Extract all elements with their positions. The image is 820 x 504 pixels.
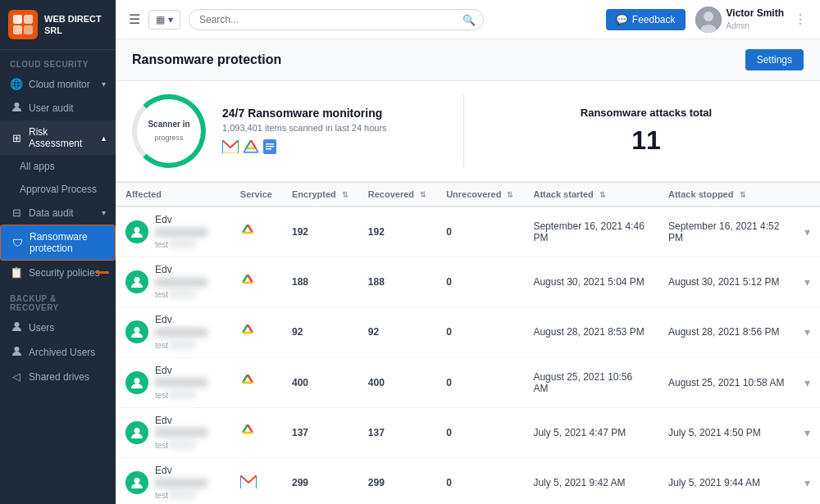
service-cell — [230, 357, 282, 407]
grid-view-button[interactable]: ▦ ▾ — [148, 10, 180, 30]
affected-email: testXXXXX — [155, 289, 221, 300]
sidebar-item-cloud-monitor[interactable]: 🌐 Cloud monitor ▾ — [0, 72, 116, 96]
col-attack-started[interactable]: Attack started ⇅ — [523, 183, 658, 207]
table-row: EdvXXXXXXXX testXXXXX 137 137 0 July 5, … — [116, 407, 820, 457]
recovered-cell: 299 — [358, 457, 436, 504]
chevron-up-icon: ▴ — [102, 134, 106, 143]
sidebar-item-archived-users[interactable]: Archived Users — [0, 340, 116, 365]
col-attack-stopped[interactable]: Attack stopped ⇅ — [658, 183, 795, 207]
svg-rect-0 — [13, 15, 22, 24]
sidebar-item-label: All apps — [20, 161, 55, 172]
page-title: Ransomware protection — [132, 52, 281, 67]
sidebar-item-users[interactable]: Users — [0, 316, 116, 340]
grid-chevron-icon: ▾ — [168, 14, 173, 25]
stats-right: Ransomware attacks total 11 — [464, 94, 804, 168]
main-content: ☰ ▦ ▾ 🔍 💬 Feedback Victor Smith Admin — [116, 0, 820, 504]
expand-row-button[interactable]: ▾ — [804, 376, 810, 389]
expand-cell[interactable]: ▾ — [795, 407, 820, 457]
unrecovered-cell: 0 — [436, 457, 523, 504]
affected-cell: EdvXXXXXXXX testXXXXX — [116, 307, 230, 357]
sidebar-item-security-policies[interactable]: 📋 Security policies — [0, 261, 116, 284]
topbar: ☰ ▦ ▾ 🔍 💬 Feedback Victor Smith Admin — [116, 0, 820, 39]
chevron-down-icon: ▾ — [102, 79, 106, 89]
sidebar-item-user-audit[interactable]: User audit — [0, 96, 116, 120]
user-section[interactable]: Victor Smith Admin — [695, 7, 784, 33]
page-header: Ransomware protection Settings — [116, 39, 820, 81]
user-avatar-circle — [125, 320, 148, 343]
backup-recovery-label: BACKUP & RECOVERY — [0, 284, 116, 316]
affected-text: EdvXXXXXXXX testXXXXX — [155, 214, 221, 250]
sidebar-item-ransomware-protection[interactable]: 🛡 Ransomware protection — [0, 225, 116, 261]
users-icon — [10, 321, 23, 334]
sidebar-item-label: Security policies — [29, 267, 100, 279]
sidebar-item-risk-assessment[interactable]: ⊞ Risk Assessment ▴ — [0, 120, 116, 155]
table-row: EdvXXXXXXXX testXXXXX 299 299 0 July 5, … — [116, 457, 820, 504]
affected-email: testXXXXX — [155, 390, 221, 401]
affected-text: EdvXXXXXXXX testXXXXX — [155, 415, 221, 451]
recovered-cell: 192 — [358, 207, 436, 257]
attack-stopped-cell: July 5, 2021 4:50 PM — [658, 407, 795, 457]
affected-text: EdvXXXXXXXX testXXXXX — [155, 365, 221, 401]
expand-cell[interactable]: ▾ — [795, 457, 820, 504]
shared-drives-icon: ◁ — [10, 370, 23, 383]
settings-button[interactable]: Settings — [745, 49, 804, 70]
unrecovered-cell: 0 — [436, 207, 523, 257]
sidebar-item-label: Users — [29, 322, 54, 334]
monitoring-title: 24/7 Ransomware monitoring — [222, 107, 387, 120]
svg-line-37 — [248, 375, 253, 383]
col-recovered[interactable]: Recovered ⇅ — [358, 183, 436, 207]
sidebar-item-approval-process[interactable]: Approval Process — [0, 178, 116, 201]
gdocs-service-icon — [263, 139, 276, 157]
sidebar-item-all-apps[interactable]: All apps — [0, 155, 116, 178]
sidebar-item-data-audit[interactable]: ⊟ Data audit ▾ — [0, 201, 116, 225]
expand-row-button[interactable]: ▾ — [804, 225, 810, 238]
expand-cell[interactable]: ▾ — [795, 357, 820, 407]
col-service: Service — [230, 183, 282, 207]
expand-row-button[interactable]: ▾ — [804, 275, 810, 288]
sidebar-item-label: Shared drives — [29, 371, 89, 383]
service-cell — [230, 207, 282, 257]
table-row: EdvXXXXXXXX testXXXXX 188 188 0 August 3… — [116, 257, 820, 307]
encrypted-cell: 92 — [282, 307, 358, 357]
hamburger-icon[interactable]: ☰ — [129, 11, 140, 27]
table-row: EdvXXXXXXXX testXXXXX 192 192 0 Septembe… — [116, 207, 820, 257]
table-row: EdvXXXXXXXX testXXXXX 400 400 0 August 2… — [116, 357, 820, 407]
svg-rect-1 — [24, 15, 33, 24]
affected-name: EdvXXXXXXXX — [155, 264, 221, 289]
attack-started-cell: September 16, 2021 4:46 PM — [523, 207, 658, 257]
svg-point-23 — [134, 227, 140, 233]
col-unrecovered[interactable]: Unrecovered ⇅ — [436, 183, 523, 207]
unrecovered-cell: 0 — [436, 357, 523, 407]
svg-rect-22 — [266, 148, 271, 150]
svg-line-41 — [248, 425, 253, 433]
more-options-icon[interactable]: ⋮ — [794, 11, 807, 27]
affected-text: EdvXXXXXXXX testXXXXX — [155, 314, 221, 350]
expand-cell[interactable]: ▾ — [795, 307, 820, 357]
user-audit-icon — [10, 102, 23, 115]
svg-line-40 — [243, 425, 248, 433]
monitoring-subtitle: 1,093,401 items scanned in last 24 hours — [222, 123, 387, 133]
content-area: Ransomware protection Settings Scanner i… — [116, 39, 820, 504]
search-input[interactable] — [189, 9, 484, 30]
col-encrypted[interactable]: Encrypted ⇅ — [282, 183, 358, 207]
svg-line-29 — [248, 275, 253, 283]
svg-rect-2 — [13, 25, 22, 34]
expand-row-button[interactable]: ▾ — [804, 476, 810, 489]
sidebar-item-label: Risk Assessment — [29, 126, 96, 149]
attack-stopped-cell: September 16, 2021 4:52 PM — [658, 207, 795, 257]
user-role: Admin — [727, 20, 784, 31]
sidebar: WEB DIRECT SRL CLOUD SECURITY 🌐 Cloud mo… — [0, 0, 116, 504]
sidebar-item-shared-drives[interactable]: ◁ Shared drives — [0, 365, 116, 388]
expand-row-button[interactable]: ▾ — [804, 325, 810, 338]
svg-line-24 — [243, 225, 248, 233]
svg-marker-15 — [244, 140, 258, 152]
stats-section: Scanner in progress 24/7 Ransomware moni… — [116, 81, 820, 182]
affected-name: EdvXXXXXXXX — [155, 365, 221, 390]
expand-cell[interactable]: ▾ — [795, 207, 820, 257]
monitoring-info: 24/7 Ransomware monitoring 1,093,401 ite… — [222, 107, 387, 157]
expand-cell[interactable]: ▾ — [795, 257, 820, 307]
expand-row-button[interactable]: ▾ — [804, 426, 810, 439]
red-indicator — [96, 271, 109, 274]
feedback-button[interactable]: 💬 Feedback — [606, 9, 686, 30]
unrecovered-cell: 0 — [436, 407, 523, 457]
